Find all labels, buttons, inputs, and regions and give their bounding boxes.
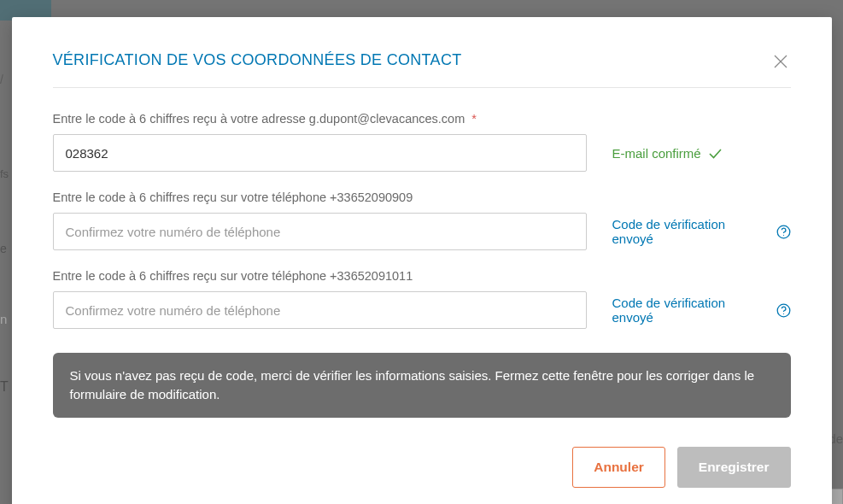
cancel-button[interactable]: Annuler bbox=[572, 447, 665, 488]
field-row: E-mail confirmé bbox=[53, 134, 791, 172]
status-text: Code de vérification envoyé bbox=[612, 217, 770, 246]
phone1-code-field-group: Entre le code à 6 chiffres reçu sur votr… bbox=[53, 190, 791, 250]
email-code-input[interactable] bbox=[53, 134, 587, 172]
field-row: Code de vérification envoyé bbox=[53, 213, 791, 250]
svg-point-5 bbox=[782, 313, 783, 314]
info-banner: Si vous n'avez pas reçu de code, merci d… bbox=[53, 353, 791, 418]
check-icon bbox=[708, 146, 723, 161]
modal-header: VÉRIFICATION DE VOS COORDONNÉES DE CONTA… bbox=[53, 51, 791, 88]
email-code-label: Entre le code à 6 chiffres reçu à votre … bbox=[53, 112, 791, 126]
phone1-code-label: Entre le code à 6 chiffres reçu sur votr… bbox=[53, 190, 791, 204]
svg-point-3 bbox=[782, 234, 783, 235]
phone2-code-label: Entre le code à 6 chiffres reçu sur votr… bbox=[53, 269, 791, 283]
verification-modal: VÉRIFICATION DE VOS COORDONNÉES DE CONTA… bbox=[12, 17, 832, 504]
required-mark: * bbox=[471, 112, 477, 126]
phone2-code-sent-status: Code de vérification envoyé bbox=[612, 296, 791, 325]
label-text: Entre le code à 6 chiffres reçu à votre … bbox=[53, 112, 465, 126]
email-code-field-group: Entre le code à 6 chiffres reçu à votre … bbox=[53, 112, 791, 172]
phone2-code-input[interactable] bbox=[53, 291, 587, 329]
modal-footer: Annuler Enregistrer bbox=[53, 447, 791, 488]
close-icon bbox=[774, 55, 787, 68]
help-icon bbox=[776, 225, 791, 239]
save-button[interactable]: Enregistrer bbox=[677, 447, 791, 488]
status-text: E-mail confirmé bbox=[612, 146, 701, 161]
help-icon bbox=[776, 303, 791, 318]
status-text: Code de vérification envoyé bbox=[612, 296, 770, 325]
modal-title: VÉRIFICATION DE VOS COORDONNÉES DE CONTA… bbox=[53, 51, 462, 69]
phone1-code-sent-status: Code de vérification envoyé bbox=[612, 217, 791, 246]
label-text: Entre le code à 6 chiffres reçu sur votr… bbox=[53, 269, 413, 283]
modal-overlay: VÉRIFICATION DE VOS COORDONNÉES DE CONTA… bbox=[0, 0, 843, 504]
email-confirmed-status: E-mail confirmé bbox=[612, 146, 723, 161]
phone1-code-input[interactable] bbox=[53, 213, 587, 250]
label-text: Entre le code à 6 chiffres reçu sur votr… bbox=[53, 190, 413, 204]
close-button[interactable] bbox=[770, 51, 791, 72]
phone2-code-field-group: Entre le code à 6 chiffres reçu sur votr… bbox=[53, 269, 791, 329]
field-row: Code de vérification envoyé bbox=[53, 291, 791, 329]
